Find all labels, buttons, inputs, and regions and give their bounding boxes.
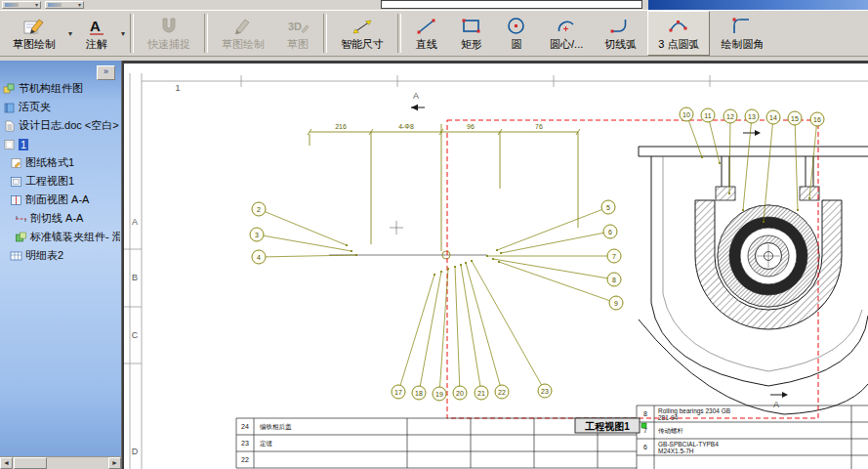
circle-icon (505, 16, 528, 37)
svg-text:16: 16 (813, 116, 821, 123)
centerpoint-arc-icon (555, 16, 578, 37)
drawing-area[interactable]: A B C D 1 A 216 4-Φ (122, 61, 868, 469)
detail-view[interactable] (639, 130, 868, 414)
svg-text:10: 10 (682, 111, 690, 118)
toolbar-mini-icon (48, 3, 62, 7)
assembly-green-icon (15, 232, 27, 243)
svg-text:14: 14 (769, 114, 777, 121)
sketch-3d-button[interactable]: 3D 草图 (275, 11, 320, 56)
three-point-arc-button[interactable]: 3 点圆弧 (647, 11, 710, 56)
button-label: 草图绘制 (13, 37, 56, 52)
toolbar-edit-field[interactable] (381, 0, 642, 9)
tree-horizontal-scrollbar[interactable]: ◄ ► (0, 456, 121, 469)
main-view[interactable] (329, 221, 487, 259)
balloon-callout[interactable]: 20 (453, 266, 467, 400)
scroll-thumb[interactable] (14, 457, 47, 469)
button-label: 圆心/... (550, 37, 583, 52)
svg-text:23: 23 (241, 440, 249, 447)
quick-snap-button[interactable]: 快速捕捉 (137, 11, 201, 56)
centerpoint-arc-button[interactable]: 圆心/... (539, 11, 594, 56)
flyout-button-2[interactable]: ▾ (45, 1, 84, 9)
svg-text:20: 20 (456, 390, 464, 397)
tree-item-bom-table[interactable]: 明细表2 (0, 246, 120, 265)
bom-table-right[interactable]: 8 Rolling bearings 2304 GB 281-94 7 传动螺杆… (637, 405, 868, 469)
svg-text:6: 6 (608, 229, 612, 235)
svg-text:A: A (413, 91, 419, 101)
tree-item-drawing-view1[interactable]: 工程视图1 (0, 172, 120, 191)
balloon-callout[interactable]: 5 (496, 200, 615, 251)
balloon-callout[interactable]: 21 (460, 264, 488, 400)
flyout-button-1[interactable]: ▾ (2, 1, 41, 9)
tree-item-sheet-format1[interactable]: 图纸格式1 (0, 153, 120, 172)
section-arrow-top: A (411, 91, 425, 110)
balloon-callout[interactable]: 6 (500, 225, 617, 254)
svg-text:3D: 3D (288, 21, 302, 32)
section-view-icon (10, 194, 22, 206)
svg-text:18: 18 (415, 390, 423, 397)
balloon-callout[interactable]: 23 (471, 260, 552, 398)
rectangle-button[interactable]: 矩形 (449, 11, 494, 56)
tree-item-section-line[interactable]: 剖切线 A-A (0, 209, 120, 228)
chevron-down-icon: ▾ (68, 29, 72, 38)
three-point-arc-icon (667, 16, 690, 37)
svg-text:D: D (132, 447, 139, 456)
tree-item-label: 剖切线 A-A (30, 211, 83, 226)
balloon-callout[interactable]: 9 (498, 261, 623, 310)
tree-item-label: 设计日志.doc <空白> (19, 118, 119, 133)
balloon-callout[interactable]: 13 (742, 109, 759, 211)
toolbar-separator (397, 14, 401, 53)
sketch-disabled-button[interactable]: 草图绘制 (211, 11, 275, 56)
button-label: 草图 (287, 37, 309, 52)
sketch-fillet-button[interactable]: 绘制圆角 (710, 11, 774, 56)
tree-item-design-journal[interactable]: 设计日志.doc <空白> (0, 116, 120, 135)
svg-text:15: 15 (791, 115, 799, 122)
smart-dimension-icon (351, 16, 374, 37)
svg-text:传动螺杆: 传动螺杆 (658, 427, 684, 435)
svg-text:B: B (132, 273, 138, 282)
tree-item-section-view[interactable]: 剖面视图 A-A (0, 191, 120, 209)
circle-button[interactable]: 圆 (494, 11, 539, 56)
balloon-callout[interactable]: 12 (723, 109, 737, 194)
tree-item-assembly-component[interactable]: 标准镜装夹组件- 滑 (0, 228, 120, 246)
svg-text:A: A (90, 18, 101, 34)
button-label: 矩形 (461, 37, 482, 52)
scroll-right-button[interactable]: ► (108, 457, 121, 469)
button-label: 草图绘制 (222, 37, 265, 52)
sketch-gray-icon (231, 16, 255, 37)
svg-text:6: 6 (643, 444, 647, 450)
balloon-callout[interactable]: 2 (252, 202, 348, 246)
toolbar-separator (204, 14, 208, 53)
balloon-callout[interactable]: 18 (412, 271, 442, 400)
tree-item-component-drawing[interactable]: 节机构组件图 (0, 79, 120, 98)
svg-text:GB-SPBCIAL-TYPB4: GB-SPBCIAL-TYPB4 (658, 441, 719, 448)
line-button[interactable]: 直线 (404, 11, 449, 56)
tangent-arc-button[interactable]: 切线弧 (594, 11, 647, 56)
collapse-panel-button[interactable]: » (97, 65, 115, 80)
balloon-callout[interactable]: 19 (433, 268, 449, 401)
svg-text:编铁相后盖: 编铁相后盖 (260, 423, 292, 431)
selection-handle[interactable] (641, 423, 646, 428)
balloon-callout[interactable]: 7 (486, 249, 621, 263)
view-label[interactable]: 工程视图1 (575, 418, 646, 433)
toolbar-mini-icon (5, 3, 19, 7)
balloon-callout[interactable]: 17 (392, 274, 435, 399)
chevron-down-icon: ▾ (78, 2, 81, 8)
balloon-callout[interactable]: 4 (252, 250, 357, 264)
smart-dimension-button[interactable]: 智能尺寸 (330, 11, 394, 56)
sketch-fillet-icon (730, 16, 754, 37)
balloon-callout[interactable]: 10 (680, 107, 703, 158)
tree-item-binder[interactable]: 活页夹 (0, 98, 120, 116)
tree-item-label: 1 (19, 139, 28, 150)
sketch-flyout-arrow[interactable]: ▾ (66, 11, 74, 56)
scroll-left-button[interactable]: ◄ (0, 457, 13, 469)
sketch-button[interactable]: 草图绘制 (2, 11, 66, 56)
balloon-callout[interactable]: 3 (250, 228, 352, 252)
assembly-icon (3, 83, 16, 95)
tree-item-label: 标准镜装夹组件- 滑 (30, 230, 120, 244)
titlebar-fragment (648, 0, 868, 10)
note-button[interactable]: A 注解 (74, 11, 119, 56)
button-label: 注解 (86, 37, 107, 52)
note-flyout-arrow[interactable]: ▾ (119, 11, 127, 56)
tree-item-sheet1[interactable]: 1 (0, 135, 120, 153)
svg-text:A: A (773, 400, 779, 409)
